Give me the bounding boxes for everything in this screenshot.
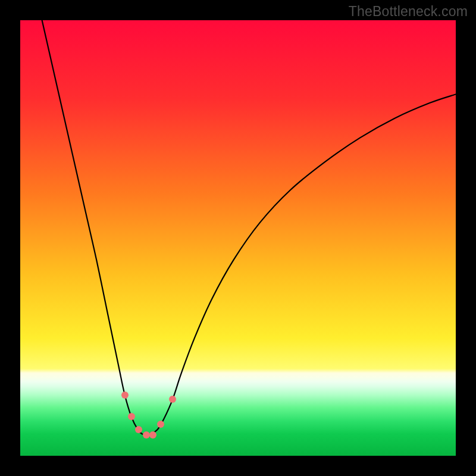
highlight-marker xyxy=(143,431,150,439)
highlight-marker xyxy=(128,413,135,420)
plot-area xyxy=(20,20,456,456)
highlight-marker xyxy=(169,396,176,403)
highlight-marker xyxy=(121,392,129,399)
highlight-marker xyxy=(135,426,142,433)
watermark-text: TheBottleneck.com xyxy=(349,4,468,20)
highlight-marker xyxy=(149,431,156,439)
highlight-marker xyxy=(157,421,164,428)
markers-layer xyxy=(20,20,456,456)
chart-root: TheBottleneck.com xyxy=(0,0,476,476)
